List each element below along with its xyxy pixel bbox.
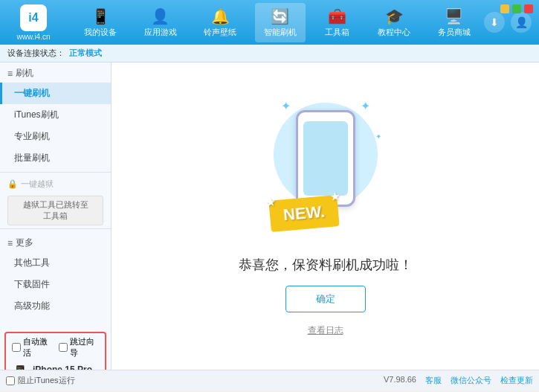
minimize-button[interactable] [500,4,509,13]
nav-smart-flash[interactable]: 🔄 智能刷机 [255,3,306,42]
nav-my-device-label: 我的设备 [84,27,117,38]
skip-guide-label: 跳过向导 [70,336,100,359]
confirm-button[interactable]: 确定 [285,286,366,312]
download-button[interactable]: ⬇ [484,12,505,33]
flash-section-icon: ≡ [7,68,13,79]
content-area: ✦ ✦ ✦ NEW. 恭喜您，保资料刷机成功啦！ 确定 查看日志 [112,62,539,370]
maximize-button[interactable] [512,4,521,13]
sparkle-3: ✦ [375,132,381,141]
bottom-bar: 阻止iTunes运行 V7.98.66 客服 微信公众号 检查更新 [0,370,539,391]
service-icon: 🖥️ [445,7,463,25]
phone-illustration: ✦ ✦ ✦ NEW. [266,95,385,244]
top-navbar: i4 www.i4.cn 📱 我的设备 👤 应用游戏 🔔 铃声壁纸 🔄 智能刷机… [0,0,539,45]
more-section-icon: ≡ [7,238,13,248]
toolbox-icon: 🧰 [328,7,346,25]
nav-apps-games[interactable]: 👤 应用游戏 [135,3,186,42]
nav-ringtones[interactable]: 🔔 铃声壁纸 [195,3,245,42]
phone-body [296,110,355,207]
device-details: iPhone 15 Pro Max 512GB iPhone [33,364,99,370]
status-bar: 设备连接状态： 正常模式 [0,45,539,62]
device-checkboxes: 自动激活 跳过向导 [12,336,99,359]
success-card: ✦ ✦ ✦ NEW. 恭喜您，保资料刷机成功啦！ 确定 查看日志 [239,95,413,337]
status-mode: 正常模式 [69,48,102,59]
other-tools-label: 其他工具 [14,257,50,268]
skip-guide-checkbox[interactable]: 跳过向导 [59,336,100,359]
skip-guide-input[interactable] [59,343,68,352]
my-device-icon: 📱 [91,7,110,25]
nav-tutorial[interactable]: 🎓 教程中心 [369,3,419,42]
sidebar-divider-2 [0,228,111,229]
phone-screen [303,121,348,196]
ringtones-icon: 🔔 [211,7,230,25]
close-button[interactable] [524,4,533,13]
lock-icon: 🔒 [7,179,18,189]
itunes-checkbox-input[interactable] [6,376,15,385]
version-number: V7.98.66 [384,375,416,386]
auto-activate-label: 自动激活 [23,336,53,359]
nav-ringtones-label: 铃声壁纸 [204,27,236,38]
new-badge: NEW. [268,195,340,232]
user-button[interactable]: 👤 [511,12,532,33]
top-right-actions: ⬇ 👤 [484,12,532,33]
tutorial-icon: 🎓 [385,7,404,25]
sidebar-more-header: ≡ 更多 [0,232,111,252]
logo-icon: i4 [20,4,47,31]
main-layout: ≡ 刷机 一键刷机 iTunes刷机 专业刷机 批量刷机 🔒 一键越狱 越狱工具… [0,62,539,370]
log-link[interactable]: 查看日志 [308,324,343,337]
nav-items: 📱 我的设备 👤 应用游戏 🔔 铃声壁纸 🔄 智能刷机 🧰 工具箱 🎓 [71,3,484,42]
auto-activate-input[interactable] [12,343,21,352]
sidebar-item-advanced[interactable]: 高级功能 [0,295,111,317]
sidebar-disabled-jailbreak: 🔒 一键越狱 [0,176,111,193]
device-name: iPhone 15 Pro Max [33,364,99,370]
one-click-flash-label: 一键刷机 [14,88,50,98]
sparkle-1: ✦ [281,99,291,113]
nav-smart-flash-label: 智能刷机 [264,27,297,38]
success-title: 恭喜您，保资料刷机成功啦！ [239,256,413,274]
sidebar-item-batch-flash[interactable]: 批量刷机 [0,147,111,169]
sidebar-item-download-firmware[interactable]: 下载固件 [0,274,111,295]
app-logo: i4 www.i4.cn [7,4,59,41]
batch-flash-label: 批量刷机 [14,152,50,163]
nav-my-device[interactable]: 📱 我的设备 [75,3,126,42]
disabled-jailbreak-label: 一键越狱 [21,179,54,190]
sidebar-notice-jailbreak: 越狱工具已跳转至工具箱 [7,196,103,225]
sidebar-item-pro-flash[interactable]: 专业刷机 [0,126,111,147]
device-panel: 自动激活 跳过向导 📱 iPhone 15 Pro Max 512GB iPho… [4,332,106,370]
nav-service-label: 务员商城 [438,27,471,38]
window-controls [500,4,533,13]
nav-tutorial-label: 教程中心 [378,27,410,38]
bottom-version-area: V7.98.66 客服 微信公众号 检查更新 [384,375,533,386]
device-phone-icon: 📱 [12,364,28,370]
nav-toolbox[interactable]: 🧰 工具箱 [315,3,360,42]
flash-section-label: 刷机 [16,67,33,80]
itunes-label: 阻止iTunes运行 [18,375,75,386]
sidebar-item-itunes-flash[interactable]: iTunes刷机 [0,104,111,126]
sidebar-flash-header: ≡ 刷机 [0,62,111,83]
nav-service[interactable]: 🖥️ 务员商城 [429,3,480,42]
sidebar-item-one-click-flash[interactable]: 一键刷机 [0,83,111,104]
logo-website: www.i4.cn [16,33,50,41]
check-update-link[interactable]: 检查更新 [500,375,533,386]
smart-flash-icon: 🔄 [271,7,289,25]
new-badge-text: NEW. [282,202,325,225]
apps-games-icon: 👤 [151,7,170,25]
sidebar-divider-1 [0,172,111,173]
wechat-link[interactable]: 微信公众号 [451,375,491,386]
status-prefix: 设备连接状态： [7,48,65,59]
pro-flash-label: 专业刷机 [14,131,50,141]
advanced-label: 高级功能 [14,301,50,311]
sparkle-2: ✦ [361,99,370,113]
nav-apps-games-label: 应用游戏 [144,27,177,38]
itunes-checkbox[interactable]: 阻止iTunes运行 [6,375,75,386]
auto-activate-checkbox[interactable]: 自动激活 [12,336,53,359]
sidebar-item-other-tools[interactable]: 其他工具 [0,252,111,274]
customer-service-link[interactable]: 客服 [425,375,442,386]
device-info: 📱 iPhone 15 Pro Max 512GB iPhone [12,362,99,370]
more-section-label: 更多 [16,237,33,249]
nav-toolbox-label: 工具箱 [325,27,349,38]
itunes-flash-label: iTunes刷机 [14,109,59,120]
download-firmware-label: 下载固件 [14,279,50,289]
sidebar: ≡ 刷机 一键刷机 iTunes刷机 专业刷机 批量刷机 🔒 一键越狱 越狱工具… [0,62,112,370]
